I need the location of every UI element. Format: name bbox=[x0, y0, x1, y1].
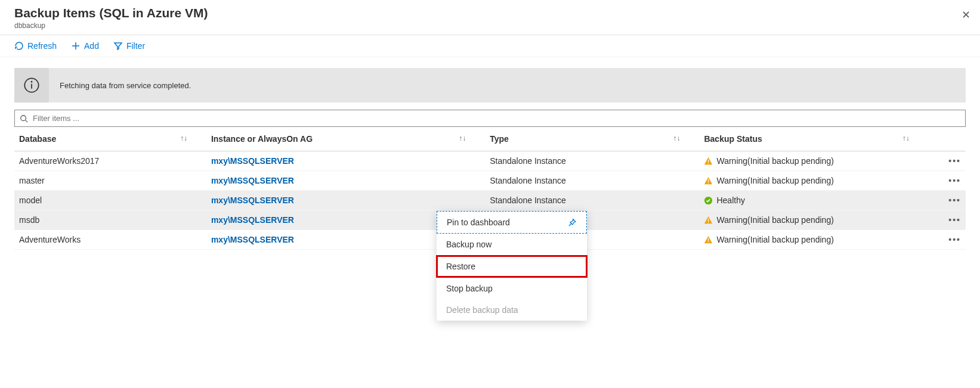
refresh-icon bbox=[14, 41, 24, 51]
instance-link[interactable]: mxy\MSSQLSERVER bbox=[211, 156, 294, 166]
svg-point-2 bbox=[31, 82, 32, 82]
cell-database: AdventureWorks bbox=[14, 230, 206, 250]
col-header-status[interactable]: Backup Status↑↓ bbox=[699, 127, 928, 151]
info-message: Fetching data from service completed. bbox=[49, 81, 191, 90]
ctx-backup-now[interactable]: Backup now bbox=[437, 234, 587, 250]
page-title: Backup Items (SQL in Azure VM) bbox=[14, 6, 966, 20]
filter-label: Filter bbox=[126, 41, 145, 51]
svg-rect-8 bbox=[708, 182, 709, 183]
status-badge: Healthy bbox=[704, 195, 923, 205]
svg-rect-7 bbox=[708, 179, 709, 182]
search-icon bbox=[20, 114, 28, 123]
instance-link[interactable]: mxy\MSSQLSERVER bbox=[211, 195, 294, 205]
col-header-type[interactable]: Type↑↓ bbox=[485, 127, 699, 151]
plus-icon bbox=[71, 41, 81, 51]
info-bar: Fetching data from service completed. bbox=[14, 68, 966, 103]
row-actions-icon[interactable]: ••• bbox=[948, 215, 961, 225]
row-actions-icon[interactable]: ••• bbox=[948, 235, 961, 244]
table-row[interactable]: modelmxy\MSSQLSERVERStandalone InstanceH… bbox=[14, 191, 966, 210]
col-header-database[interactable]: Database↑↓ bbox=[14, 127, 206, 151]
info-icon bbox=[14, 68, 49, 103]
status-badge: Warning(Initial backup pending) bbox=[704, 215, 923, 225]
col-header-instance[interactable]: Instance or AlwaysOn AG↑↓ bbox=[206, 127, 485, 151]
row-actions-icon[interactable]: ••• bbox=[948, 156, 961, 166]
col-header-actions bbox=[929, 127, 966, 151]
svg-rect-10 bbox=[708, 218, 709, 221]
cell-type: Standalone Instance bbox=[485, 171, 699, 191]
context-menu: Pin to dashboard Backup now Restore Stop… bbox=[437, 211, 587, 250]
refresh-label: Refresh bbox=[27, 41, 57, 51]
row-actions-icon[interactable]: ••• bbox=[948, 176, 961, 185]
cell-database: master bbox=[14, 171, 206, 191]
svg-rect-13 bbox=[708, 241, 709, 242]
cell-type: Standalone Instance bbox=[485, 191, 699, 210]
refresh-button[interactable]: Refresh bbox=[14, 41, 57, 51]
cell-database: msdb bbox=[14, 210, 206, 230]
svg-rect-11 bbox=[708, 222, 709, 222]
filter-icon bbox=[113, 41, 123, 51]
add-label: Add bbox=[84, 41, 99, 51]
table-row[interactable]: AdventureWorks2017mxy\MSSQLSERVERStandal… bbox=[14, 151, 966, 171]
instance-link[interactable]: mxy\MSSQLSERVER bbox=[211, 235, 294, 244]
instance-link[interactable]: mxy\MSSQLSERVER bbox=[211, 215, 294, 225]
svg-rect-5 bbox=[708, 159, 709, 162]
svg-rect-6 bbox=[708, 163, 709, 163]
svg-rect-12 bbox=[708, 238, 709, 241]
filter-button[interactable]: Filter bbox=[113, 41, 145, 51]
status-badge: Warning(Initial backup pending) bbox=[704, 156, 923, 166]
ctx-pin-to-dashboard[interactable]: Pin to dashboard bbox=[437, 211, 587, 234]
filter-input[interactable] bbox=[32, 113, 960, 124]
cell-database: model bbox=[14, 191, 206, 210]
filter-box[interactable] bbox=[14, 110, 966, 127]
blade-header: Backup Items (SQL in Azure VM) dbbackup … bbox=[0, 0, 980, 35]
page-subtitle: dbbackup bbox=[14, 21, 966, 30]
add-button[interactable]: Add bbox=[71, 41, 99, 51]
status-badge: Warning(Initial backup pending) bbox=[704, 176, 923, 185]
close-icon[interactable]: ✕ bbox=[962, 8, 970, 21]
pin-icon bbox=[567, 218, 577, 227]
svg-point-3 bbox=[21, 115, 26, 120]
cell-type: Standalone Instance bbox=[485, 151, 699, 171]
toolbar: Refresh Add Filter bbox=[0, 35, 980, 57]
table-row[interactable]: mastermxy\MSSQLSERVERStandalone Instance… bbox=[14, 171, 966, 191]
row-actions-icon[interactable]: ••• bbox=[948, 195, 961, 205]
status-badge: Warning(Initial backup pending) bbox=[704, 235, 923, 244]
cell-database: AdventureWorks2017 bbox=[14, 151, 206, 171]
svg-line-4 bbox=[26, 120, 28, 122]
instance-link[interactable]: mxy\MSSQLSERVER bbox=[211, 176, 294, 185]
